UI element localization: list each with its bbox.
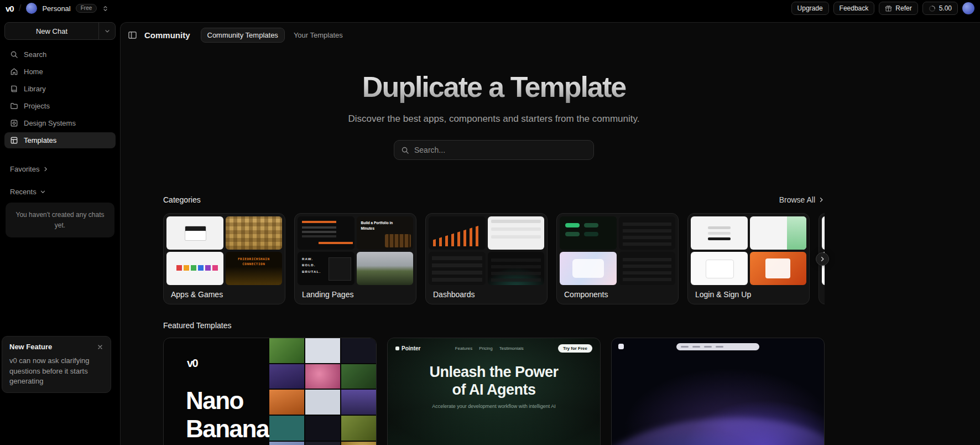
mini-navbar: Pointer Features Pricing Testimonials Tr… [395,344,592,353]
mini-nav-link: Pricing [479,346,492,351]
category-thumbnails: FRIEDRICHSHAIN CONNECTION [166,216,282,285]
close-icon[interactable] [97,344,103,350]
template-thumbnail [691,252,748,285]
thumbnail-text: RAW. BOLD. BRUTAL. [298,252,323,280]
template-thumbnail [488,216,545,250]
home-icon [10,68,18,76]
new-chat-dropdown[interactable] [98,23,115,39]
sidebar-item-projects[interactable]: Projects [4,98,116,114]
sidebar-item-label: Search [24,50,46,59]
search-icon [10,50,18,59]
categories-carousel: FRIEDRICHSHAIN CONNECTION Apps & Games B… [163,213,825,304]
user-avatar[interactable] [962,2,974,14]
mini-cta-button: Try for Free [558,344,592,353]
featured-title: Featured Templates [163,321,231,330]
v0-logo[interactable]: v0 [6,4,14,13]
template-search[interactable] [394,140,594,160]
sidebar-item-search[interactable]: Search [4,46,116,63]
featured-card-pointer[interactable]: Pointer Features Pricing Testimonials Tr… [387,338,601,445]
wave-graphic [611,410,825,445]
sidebar-item-design-systems[interactable]: Design Systems [4,115,116,131]
refer-button[interactable]: Refer [879,2,918,15]
credits-button[interactable]: 5.00 [922,2,958,15]
category-label: Blog [822,285,825,299]
sidebar-item-home[interactable]: Home [4,64,116,80]
template-thumbnail: Build a Portfolio in Minutes [357,216,414,250]
template-thumbnail [619,252,676,285]
hero-title: Duplicate a Template [163,70,825,104]
panel-toggle-icon[interactable] [128,30,137,40]
chevron-right-icon [819,256,826,262]
search-input[interactable] [414,146,587,154]
mini-brand-label: Pointer [402,345,420,351]
template-thumbnail [560,216,617,250]
category-card-apps-games[interactable]: FRIEDRICHSHAIN CONNECTION Apps & Games [163,213,285,304]
main-header: Community Community Templates Your Templ… [121,23,980,47]
featured-card-waves[interactable] [611,338,825,445]
feedback-label: Feedback [840,4,869,12]
carousel-next-button[interactable] [816,252,829,266]
heading-line: Unleash the Power [388,364,600,381]
new-chat-button[interactable]: New Chat [4,22,116,40]
mini-brand: Pointer [395,345,420,351]
photo-tile [269,442,304,445]
content: Duplicate a Template Discover the best a… [163,70,825,445]
category-label: Apps & Games [166,285,282,299]
design-systems-icon [10,119,18,127]
category-card-components[interactable]: Components [556,213,679,304]
categories-title: Categories [163,195,201,204]
featured-card-nano-banana[interactable]: v0 Nano Banana Pro [163,338,377,445]
gift-icon [885,5,892,12]
category-card-dashboards[interactable]: Dashboards [425,213,548,304]
credits-value: 5.00 [939,4,952,12]
chevrons-updown-icon[interactable] [102,5,109,12]
sidebar-section-favorites[interactable]: Favorites [4,165,116,173]
sidebar-item-templates[interactable]: Templates [4,132,116,148]
tabs: Community Templates Your Templates [201,28,350,43]
upgrade-button[interactable]: Upgrade [791,2,829,15]
chevron-down-icon [40,189,46,195]
template-thumbnail [560,252,617,285]
team-avatar[interactable] [26,3,37,14]
new-feature-header: New Feature [9,343,103,351]
category-thumbnails [560,216,675,285]
tab-community-templates[interactable]: Community Templates [201,28,285,43]
recents-label: Recents [10,188,37,196]
chevron-right-icon [818,196,825,203]
photo-tile [305,364,340,389]
credits-icon [929,5,936,12]
projects-icon [10,102,18,110]
browse-all-link[interactable]: Browse All [779,195,825,204]
thumbnail-text: Build a Portfolio in Minutes [357,216,398,231]
sidebar-item-label: Design Systems [24,119,76,127]
category-label: Landing Pages [298,285,413,299]
featured-section: Featured Templates v0 Nano Banana Pro [163,321,825,445]
library-icon [10,85,18,93]
hero-subtitle: Discover the best apps, components and s… [163,113,825,125]
template-thumbnail [226,216,283,250]
template-thumbnail [750,216,807,250]
feedback-button[interactable]: Feedback [833,2,875,15]
categories-section: Categories Browse All FRIEDRICHSHAIN [163,195,825,304]
template-thumbnail [429,252,486,285]
breadcrumb-separator: / [19,3,22,14]
new-feature-title: New Feature [9,343,52,351]
category-label: Dashboards [429,285,544,299]
chevron-down-icon [104,28,111,34]
photo-tile [305,338,340,363]
tab-your-templates[interactable]: Your Templates [287,28,350,43]
categories-track: FRIEDRICHSHAIN CONNECTION Apps & Games B… [163,213,825,304]
mini-navbar [676,343,759,350]
team-name: Personal [42,4,70,13]
new-chat-label: New Chat [5,27,98,35]
new-feature-body: v0 can now ask clarifying questions befo… [9,356,103,386]
category-card-login-signup[interactable]: Login & Sign Up [687,213,810,304]
sidebar-item-library[interactable]: Library [4,81,116,97]
photo-tile [305,416,340,441]
category-card-landing-pages[interactable]: Build a Portfolio in Minutes RAW. BOLD. … [294,213,416,304]
sidebar-section-recents[interactable]: Recents [4,188,116,196]
featured-card-subtext: Accelerate your development workflow wit… [388,403,600,409]
heading-line: of AI Agents [388,381,600,399]
mini-logo-icon [618,344,624,349]
template-thumbnail [822,216,825,250]
